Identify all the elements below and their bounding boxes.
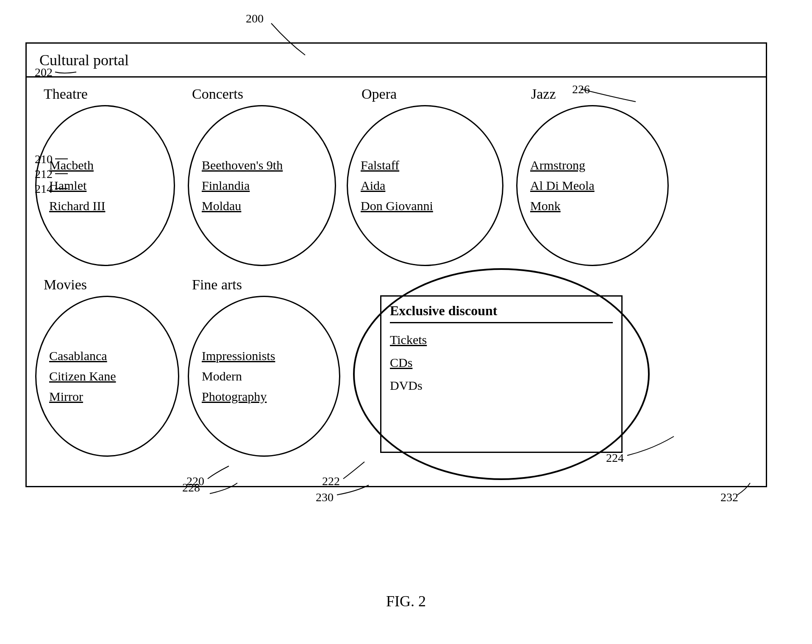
ref-232-label: 232 xyxy=(720,491,738,504)
discount-item-tickets[interactable]: Tickets xyxy=(390,328,613,351)
jazz-item-2[interactable]: Al Di Meola xyxy=(530,175,595,196)
movies-circle: Casablanca Citizen Kane Mirror xyxy=(35,296,179,457)
movies-item-2[interactable]: Citizen Kane xyxy=(49,366,116,386)
opera-label: Opera xyxy=(362,86,397,102)
discount-title: Exclusive discount xyxy=(390,303,613,323)
theatre-item-2[interactable]: Hamlet xyxy=(49,175,86,196)
discount-item-dvds[interactable]: DVDs xyxy=(390,374,613,397)
movies-label: Movies xyxy=(44,277,87,293)
theatre-item-1[interactable]: Macbeth xyxy=(49,155,94,175)
concerts-item-1[interactable]: Beethoven's 9th xyxy=(202,155,283,175)
opera-item-2[interactable]: Aida xyxy=(361,175,385,196)
opera-item-3[interactable]: Don Giovanni xyxy=(361,196,433,216)
jazz-item-1[interactable]: Armstrong xyxy=(530,155,585,175)
theatre-circle: Macbeth Hamlet Richard III xyxy=(35,105,175,266)
discount-item-cds[interactable]: CDs xyxy=(390,351,613,374)
fine-arts-item-2[interactable]: Modern xyxy=(202,366,242,386)
movies-item-1[interactable]: Casablanca xyxy=(49,346,107,366)
jazz-item-3[interactable]: Monk xyxy=(530,196,561,216)
discount-ellipse: Exclusive discount Tickets CDs DVDs xyxy=(353,268,650,480)
content-area: Theatre Concerts Opera Jazz Macbeth Haml… xyxy=(27,78,766,486)
theatre-item-3[interactable]: Richard III xyxy=(49,196,105,216)
concerts-label: Concerts xyxy=(192,86,243,102)
main-diagram-box: Cultural portal Theatre Concerts Opera J… xyxy=(25,42,767,487)
concerts-item-2[interactable]: Finlandia xyxy=(202,175,250,196)
movies-item-3[interactable]: Mirror xyxy=(49,386,83,407)
discount-rect-box: Exclusive discount Tickets CDs DVDs xyxy=(380,295,623,453)
jazz-label: Jazz xyxy=(531,86,556,102)
fine-arts-circle: Impressionists Modern Photography xyxy=(188,296,340,457)
theatre-label: Theatre xyxy=(44,86,88,102)
concerts-item-3[interactable]: Moldau xyxy=(202,196,241,216)
portal-title: Cultural portal xyxy=(39,51,129,69)
jazz-circle: Armstrong Al Di Meola Monk xyxy=(516,105,669,266)
opera-circle: Falstaff Aida Don Giovanni xyxy=(347,105,503,266)
portal-header: Cultural portal xyxy=(27,44,766,78)
fine-arts-item-1[interactable]: Impressionists xyxy=(202,346,275,366)
opera-item-1[interactable]: Falstaff xyxy=(361,155,399,175)
fine-arts-label: Fine arts xyxy=(192,277,242,293)
ref-230-label: 230 xyxy=(316,491,334,504)
ref-200: 200 xyxy=(246,12,264,25)
figure-caption: FIG. 2 xyxy=(386,592,426,610)
concerts-circle: Beethoven's 9th Finlandia Moldau xyxy=(188,105,336,266)
fine-arts-item-3[interactable]: Photography xyxy=(202,386,267,407)
